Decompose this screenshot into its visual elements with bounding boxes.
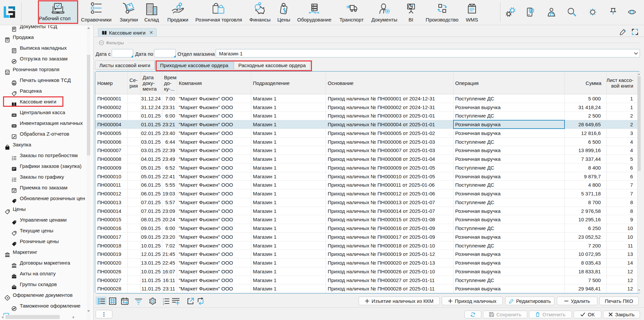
svg-text:3: 3 (163, 303, 164, 305)
